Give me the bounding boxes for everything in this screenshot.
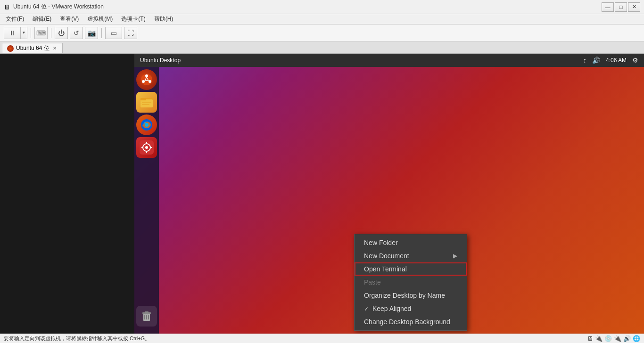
- svg-rect-11: [142, 104, 149, 105]
- pause-dropdown-arrow[interactable]: ▼: [21, 27, 27, 39]
- svg-point-14: [145, 123, 149, 127]
- fullscreen-button[interactable]: ⛶: [124, 27, 137, 39]
- svg-point-1: [145, 74, 148, 77]
- status-bar-right: 🖥 🔌 💿 🔌 🔊 🌐: [587, 335, 640, 342]
- status-power-icon[interactable]: 🔌: [595, 335, 603, 342]
- settings-launcher-icon[interactable]: [136, 137, 157, 158]
- clock[interactable]: 4:06 AM: [606, 57, 627, 64]
- status-bar: 要将输入定向到该虚拟机，请将鼠标指针移入其中或按 Ctrl+G。 🖥 🔌 💿 🔌…: [0, 334, 644, 343]
- submenu-arrow-icon: ▶: [453, 253, 457, 259]
- svg-rect-24: [145, 311, 149, 313]
- context-menu-open-terminal[interactable]: Open Terminal: [355, 262, 467, 276]
- ubuntu-launcher: [134, 67, 159, 334]
- revert-button[interactable]: ↺: [70, 27, 83, 39]
- trash-launcher-icon[interactable]: [136, 306, 157, 327]
- svg-rect-9: [140, 98, 146, 100]
- send-ctrl-alt-del-button[interactable]: ⌨: [34, 27, 48, 39]
- vmware-window: 🖥 Ubuntu 64 位 - VMware Workstation — □ ✕…: [0, 0, 644, 343]
- menu-view[interactable]: 查看(V): [56, 14, 83, 24]
- menu-edit[interactable]: 编辑(E): [29, 14, 55, 24]
- files-launcher-icon[interactable]: [136, 92, 157, 113]
- svg-rect-10: [142, 102, 151, 103]
- paste-label: Paste: [364, 278, 381, 286]
- menu-bar: 文件(F) 编辑(E) 查看(V) 虚拟机(M) 选项卡(T) 帮助(H): [0, 14, 644, 24]
- menu-tabs[interactable]: 选项卡(T): [117, 14, 149, 24]
- system-menu-icon[interactable]: ⚙: [632, 57, 638, 64]
- power-button[interactable]: ⏻: [55, 27, 68, 39]
- svg-rect-8: [140, 99, 153, 107]
- title-bar: 🖥 Ubuntu 64 位 - VMware Workstation — □ ✕: [0, 0, 644, 14]
- menu-file[interactable]: 文件(F): [2, 14, 28, 24]
- unity-button[interactable]: ▭: [105, 27, 122, 39]
- new-folder-label: New Folder: [364, 239, 398, 246]
- main-content: Ubuntu Desktop ↕ 🔊 4:06 AM ⚙: [0, 54, 644, 343]
- status-text: 要将输入定向到该虚拟机，请将鼠标指针移入其中或按 Ctrl+G。: [4, 335, 150, 342]
- network-indicator[interactable]: ↕: [583, 57, 586, 64]
- svg-point-3: [142, 80, 145, 83]
- context-menu-organize[interactable]: Organize Desktop by Name: [355, 289, 467, 302]
- new-document-label: New Document: [364, 252, 409, 260]
- toolbar-separator-1: [31, 28, 31, 38]
- context-menu-change-background[interactable]: Change Desktop Background: [355, 315, 467, 328]
- tab-bar: Ubuntu 64 位 ✕: [0, 41, 644, 54]
- tab-label: Ubuntu 64 位: [16, 44, 50, 52]
- keep-aligned-label: ✓ Keep Aligned: [364, 305, 411, 312]
- context-menu-keep-aligned[interactable]: ✓ Keep Aligned: [355, 302, 467, 315]
- title-bar-controls: — □ ✕: [602, 2, 640, 12]
- window-title: Ubuntu 64 位 - VMware Workstation: [13, 3, 104, 11]
- organize-label: Organize Desktop by Name: [364, 292, 445, 299]
- ubuntu-tab[interactable]: Ubuntu 64 位 ✕: [2, 43, 63, 53]
- context-menu-paste: Paste: [355, 276, 467, 289]
- toolbar: ⏸ ▼ ⌨ ⏻ ↺ 📷 ▭ ⛶: [0, 24, 644, 41]
- close-button[interactable]: ✕: [628, 2, 640, 12]
- ubuntu-launcher-icon[interactable]: [136, 69, 157, 90]
- status-monitor-icon[interactable]: 🖥: [587, 335, 593, 342]
- menu-vm[interactable]: 虚拟机(M): [83, 14, 116, 24]
- minimize-button[interactable]: —: [602, 2, 614, 12]
- maximize-button[interactable]: □: [615, 2, 627, 12]
- change-background-label: Change Desktop Background: [364, 318, 450, 326]
- tab-icon: [7, 45, 14, 52]
- snapshot-button[interactable]: 📷: [85, 27, 98, 39]
- vm-area: Ubuntu Desktop ↕ 🔊 4:06 AM ⚙: [0, 54, 644, 334]
- title-bar-left: 🖥 Ubuntu 64 位 - VMware Workstation: [4, 3, 104, 11]
- ubuntu-desktop-label: Ubuntu Desktop: [140, 57, 181, 64]
- svg-point-2: [149, 80, 151, 83]
- app-icon: 🖥: [4, 3, 10, 11]
- status-network-icon[interactable]: 🌐: [633, 335, 640, 342]
- open-terminal-label: Open Terminal: [364, 265, 407, 273]
- status-usb-icon[interactable]: 🔌: [614, 335, 621, 342]
- context-menu-new-document[interactable]: New Document ▶: [355, 249, 467, 262]
- svg-point-17: [145, 146, 148, 149]
- tab-close-button[interactable]: ✕: [52, 46, 58, 51]
- ubuntu-topbar-right: ↕ 🔊 4:06 AM ⚙: [583, 57, 638, 64]
- toolbar-separator-3: [101, 28, 102, 38]
- menu-help[interactable]: 帮助(H): [150, 14, 177, 24]
- context-menu: New Folder New Document ▶ Open Terminal …: [354, 234, 467, 331]
- left-black-area: [0, 54, 134, 334]
- firefox-launcher-icon[interactable]: [136, 114, 157, 135]
- status-audio-icon[interactable]: 🔊: [623, 335, 631, 342]
- ubuntu-desktop[interactable]: Ubuntu Desktop ↕ 🔊 4:06 AM ⚙: [134, 54, 644, 334]
- status-cd-icon[interactable]: 💿: [604, 335, 612, 342]
- pause-dropdown: ⏸ ▼: [4, 27, 27, 39]
- sound-indicator[interactable]: 🔊: [592, 57, 600, 64]
- pause-button[interactable]: ⏸: [4, 27, 21, 39]
- toolbar-separator-2: [51, 28, 51, 38]
- context-menu-new-folder[interactable]: New Folder: [355, 236, 467, 249]
- ubuntu-topbar: Ubuntu Desktop ↕ 🔊 4:06 AM ⚙: [134, 54, 644, 67]
